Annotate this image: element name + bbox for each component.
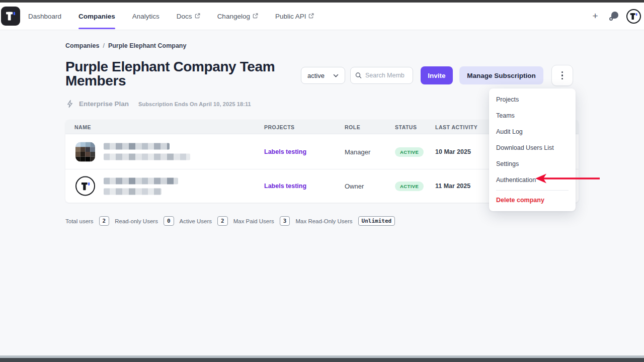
stat-label-readonly-users: Read-only Users — [115, 218, 158, 224]
logo-t-icon — [5, 11, 16, 22]
project-link[interactable]: Labels testing — [264, 183, 306, 190]
search-icon — [355, 72, 362, 79]
avatar-t-icon — [629, 12, 638, 21]
breadcrumb-companies[interactable]: Companies — [65, 42, 99, 49]
breadcrumb: Companies / Purple Elephant Company — [65, 42, 186, 49]
kebab-menu-button[interactable] — [551, 65, 573, 86]
menu-item-delete-company[interactable]: Delete company — [489, 192, 576, 208]
menu-divider — [496, 190, 569, 191]
window-chrome-bottom — [0, 358, 644, 362]
page-title: Purple Elephant Company Team Members — [65, 60, 327, 88]
nav-item-changelog[interactable]: Changelog — [217, 3, 258, 30]
stat-value-max-paid-users: 3 — [280, 216, 290, 226]
nav-label: Dashboard — [28, 13, 61, 20]
manage-subscription-button[interactable]: Manage Subscription — [459, 66, 543, 84]
project-link[interactable]: Labels testing — [264, 148, 306, 155]
status-badge: ACTIVE — [395, 147, 424, 157]
status-filter-select[interactable]: active — [301, 67, 345, 84]
nav-item-public-api[interactable]: Public API — [275, 3, 314, 30]
search-members-input[interactable] — [365, 72, 408, 79]
stat-label-max-readonly-users: Max Read-Only Users — [295, 218, 352, 224]
menu-item-authentication[interactable]: Authentication — [489, 172, 576, 188]
redacted-text-block — [104, 177, 178, 195]
column-header-role: ROLE — [345, 124, 360, 130]
menu-item-teams[interactable]: Teams — [489, 108, 576, 124]
top-navigation: Dashboard Companies Analytics Docs Chang… — [0, 3, 644, 30]
app-window: Dashboard Companies Analytics Docs Chang… — [0, 0, 644, 362]
nav-label: Analytics — [132, 13, 159, 20]
plus-icon[interactable]: + — [589, 11, 601, 22]
kebab-dot — [561, 71, 564, 73]
stat-label-active-users: Active Users — [180, 218, 212, 224]
stat-value-readonly-users: 0 — [164, 216, 174, 226]
kebab-dot — [561, 74, 564, 76]
breadcrumb-current: Purple Elephant Company — [108, 42, 187, 49]
column-header-status: STATUS — [395, 124, 417, 130]
invite-button[interactable]: Invite — [421, 66, 453, 84]
external-link-icon — [308, 13, 314, 19]
last-activity-date: 11 Mar 2025 — [435, 183, 470, 190]
menu-item-projects[interactable]: Projects — [489, 92, 576, 108]
column-header-projects: PROJECTS — [264, 124, 295, 130]
feed-icon-ring — [609, 17, 613, 21]
nav-item-analytics[interactable]: Analytics — [132, 3, 159, 30]
redacted-name — [104, 143, 170, 150]
search-members-box — [350, 67, 413, 84]
app-logo[interactable] — [1, 7, 20, 26]
stat-value-max-readonly-users: Unlimited — [358, 216, 395, 226]
nav-item-companies[interactable]: Companies — [78, 3, 115, 30]
stat-label-max-paid-users: Max Paid Users — [233, 218, 274, 224]
nav-label: Public API — [275, 13, 306, 20]
external-link-icon — [195, 13, 200, 19]
feed-icon[interactable] — [609, 11, 619, 21]
column-header-name: NAME — [74, 124, 91, 130]
plan-info: Enterprise Plan Subscription Ends On Apr… — [66, 100, 251, 108]
kebab-dot — [561, 78, 564, 80]
nav-item-docs[interactable]: Docs — [177, 3, 200, 30]
member-name-cell — [75, 176, 178, 196]
redacted-email — [104, 188, 162, 195]
stat-label-total-users: Total users — [65, 218, 94, 224]
menu-item-audit-log[interactable]: Audit Log — [489, 124, 576, 140]
breadcrumb-separator: / — [103, 42, 104, 49]
nav-item-dashboard[interactable]: Dashboard — [28, 3, 61, 30]
member-avatar-redacted — [75, 142, 95, 161]
user-avatar[interactable] — [626, 9, 641, 24]
redacted-email — [104, 154, 190, 160]
filter-selected-value: active — [307, 72, 325, 79]
external-link-icon — [253, 13, 258, 19]
plan-name: Enterprise Plan — [79, 100, 129, 108]
lightning-icon — [66, 100, 74, 108]
nav-label: Changelog — [217, 13, 250, 20]
subscription-end-note: Subscription Ends On April 10, 2025 18:1… — [138, 101, 251, 107]
redacted-name — [104, 177, 178, 184]
member-avatar-logo — [75, 176, 95, 196]
menu-item-download-users-list[interactable]: Download Users List — [489, 140, 576, 156]
status-badge: ACTIVE — [395, 182, 424, 191]
pixelated-avatar-image — [75, 142, 95, 161]
company-context-menu: Projects Teams Audit Log Download Users … — [489, 88, 576, 211]
stat-value-total-users: 2 — [99, 216, 110, 226]
nav-label: Docs — [177, 13, 192, 20]
user-stats-row: Total users 2 Read-only Users 0 Active U… — [65, 216, 395, 226]
member-name-cell — [75, 142, 190, 161]
member-role: Owner — [345, 183, 364, 190]
menu-item-settings[interactable]: Settings — [489, 156, 576, 172]
nav-right-actions: + — [589, 3, 641, 30]
primary-nav: Dashboard Companies Analytics Docs Chang… — [28, 3, 314, 30]
nav-label: Companies — [78, 13, 115, 20]
avatar-t-icon — [80, 181, 91, 191]
column-header-last-activity: LAST ACTIVITY — [435, 124, 477, 130]
stat-value-active-users: 2 — [217, 216, 228, 226]
member-role: Manager — [345, 148, 370, 155]
redacted-text-block — [104, 143, 190, 160]
chevron-down-icon — [333, 74, 339, 77]
last-activity-date: 10 Mar 2025 — [435, 148, 471, 155]
